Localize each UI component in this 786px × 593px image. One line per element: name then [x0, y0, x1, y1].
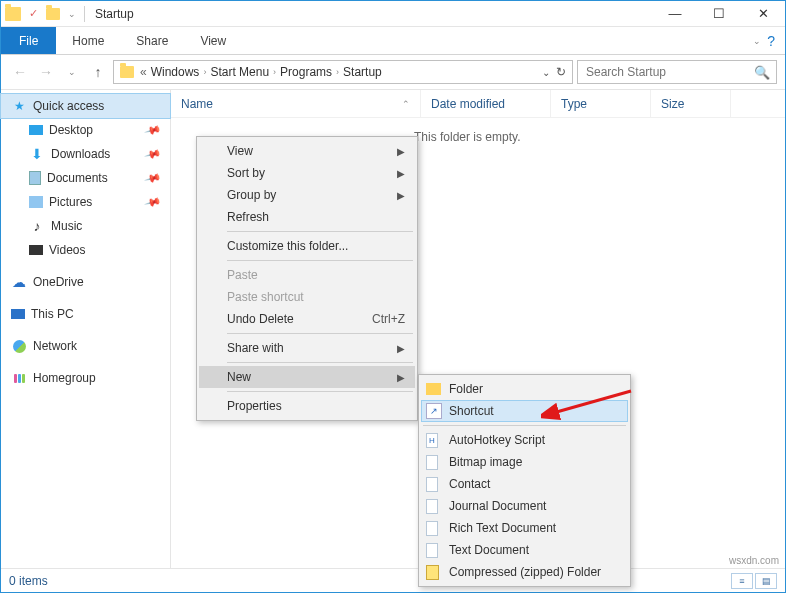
menu-view[interactable]: View▶ [199, 140, 415, 162]
new-rtf[interactable]: Rich Text Document [421, 517, 628, 539]
videos-icon [29, 245, 43, 255]
new-folder[interactable]: Folder [421, 378, 628, 400]
new-ahk[interactable]: HAutoHotkey Script [421, 429, 628, 451]
qat-properties-icon[interactable]: ✓ [29, 7, 38, 20]
help-icon[interactable]: ? [767, 33, 775, 49]
search-input[interactable] [584, 64, 754, 80]
qat-dropdown-icon[interactable]: ⌄ [68, 9, 76, 19]
new-contact[interactable]: Contact [421, 473, 628, 495]
maximize-button[interactable]: ☐ [697, 1, 741, 27]
sidebar-pictures[interactable]: Pictures 📌 [1, 190, 170, 214]
details-view-button[interactable]: ≡ [731, 573, 753, 589]
menu-paste-shortcut: Paste shortcut [199, 286, 415, 308]
sidebar-videos[interactable]: Videos [1, 238, 170, 262]
music-icon: ♪ [29, 218, 45, 234]
breadcrumb-windows[interactable]: Windows [149, 65, 202, 79]
qat-newfolder-icon[interactable] [46, 8, 60, 20]
sidebar-music[interactable]: ♪ Music [1, 214, 170, 238]
sidebar-label: Music [51, 219, 82, 233]
folder-icon[interactable] [5, 7, 21, 21]
sidebar-thispc[interactable]: This PC [1, 302, 170, 326]
tab-view[interactable]: View [184, 27, 242, 54]
sidebar-homegroup[interactable]: Homegroup [1, 366, 170, 390]
breadcrumb-programs[interactable]: Programs [278, 65, 334, 79]
tab-share[interactable]: Share [120, 27, 184, 54]
shortcut-label: Ctrl+Z [372, 312, 405, 326]
sidebar-network[interactable]: Network [1, 334, 170, 358]
status-bar: 0 items ≡ ▤ [1, 568, 785, 592]
menu-separator [227, 260, 413, 261]
menu-properties[interactable]: Properties [199, 395, 415, 417]
icons-view-button[interactable]: ▤ [755, 573, 777, 589]
column-type[interactable]: Type [551, 90, 651, 117]
star-icon: ★ [11, 98, 27, 114]
menu-sharewith[interactable]: Share with▶ [199, 337, 415, 359]
menu-groupby[interactable]: Group by▶ [199, 184, 415, 206]
file-icon [426, 521, 438, 536]
title-separator [84, 6, 85, 22]
menu-customize[interactable]: Customize this folder... [199, 235, 415, 257]
file-icon [426, 499, 438, 514]
sidebar-quick-access[interactable]: ★ Quick access [1, 94, 170, 118]
file-icon [426, 477, 438, 492]
close-button[interactable]: ✕ [741, 1, 785, 27]
ribbon-collapse-icon[interactable]: ⌄ [753, 36, 761, 46]
menu-separator [227, 231, 413, 232]
menu-refresh[interactable]: Refresh [199, 206, 415, 228]
new-shortcut[interactable]: Shortcut [421, 400, 628, 422]
chevron-right-icon[interactable]: › [271, 67, 278, 77]
column-date[interactable]: Date modified [421, 90, 551, 117]
breadcrumb-startmenu[interactable]: Start Menu [208, 65, 271, 79]
pin-icon: 📌 [144, 121, 163, 139]
file-icon [426, 455, 438, 470]
breadcrumb-startup[interactable]: Startup [341, 65, 384, 79]
shortcut-icon [426, 403, 442, 419]
address-bar[interactable]: « Windows › Start Menu › Programs › Star… [113, 60, 573, 84]
column-size[interactable]: Size [651, 90, 731, 117]
new-bitmap[interactable]: Bitmap image [421, 451, 628, 473]
sidebar-label: Downloads [51, 147, 110, 161]
recent-locations-icon[interactable]: ⌄ [61, 61, 83, 83]
new-submenu: Folder Shortcut HAutoHotkey Script Bitma… [418, 374, 631, 587]
documents-icon [29, 171, 41, 185]
search-box[interactable]: 🔍 [577, 60, 777, 84]
sidebar-label: Documents [47, 171, 108, 185]
menu-separator [227, 333, 413, 334]
desktop-icon [29, 125, 43, 135]
chevron-right-icon[interactable]: › [334, 67, 341, 77]
sidebar-downloads[interactable]: ⬇ Downloads 📌 [1, 142, 170, 166]
menu-sortby[interactable]: Sort by▶ [199, 162, 415, 184]
address-overflow-icon[interactable]: « [138, 65, 149, 79]
sidebar-documents[interactable]: Documents 📌 [1, 166, 170, 190]
sidebar-label: Videos [49, 243, 85, 257]
address-dropdown-icon[interactable]: ⌄ [542, 67, 550, 78]
tab-file[interactable]: File [1, 27, 56, 54]
chevron-right-icon[interactable]: › [201, 67, 208, 77]
file-icon: H [426, 433, 438, 448]
menu-new[interactable]: New▶ [199, 366, 415, 388]
refresh-icon[interactable]: ↻ [556, 65, 566, 79]
column-name[interactable]: Name ⌃ [171, 90, 421, 117]
context-menu: View▶ Sort by▶ Group by▶ Refresh Customi… [196, 136, 418, 421]
forward-button[interactable]: → [35, 61, 57, 83]
address-folder-icon [120, 66, 134, 78]
menu-undo-delete[interactable]: Undo DeleteCtrl+Z [199, 308, 415, 330]
tab-home[interactable]: Home [56, 27, 120, 54]
network-icon [11, 338, 27, 354]
new-txt[interactable]: Text Document [421, 539, 628, 561]
menu-separator [227, 391, 413, 392]
up-button[interactable]: ↑ [87, 61, 109, 83]
sidebar-onedrive[interactable]: ☁ OneDrive [1, 270, 170, 294]
sidebar-label: OneDrive [33, 275, 84, 289]
back-button[interactable]: ← [9, 61, 31, 83]
sidebar-label: Homegroup [33, 371, 96, 385]
new-journal[interactable]: Journal Document [421, 495, 628, 517]
search-icon[interactable]: 🔍 [754, 65, 770, 80]
minimize-button[interactable]: — [653, 1, 697, 27]
sidebar-desktop[interactable]: Desktop 📌 [1, 118, 170, 142]
pin-icon: 📌 [144, 145, 163, 163]
submenu-arrow-icon: ▶ [397, 146, 405, 157]
new-zip[interactable]: Compressed (zipped) Folder [421, 561, 628, 583]
submenu-arrow-icon: ▶ [397, 343, 405, 354]
pin-icon: 📌 [144, 193, 163, 211]
